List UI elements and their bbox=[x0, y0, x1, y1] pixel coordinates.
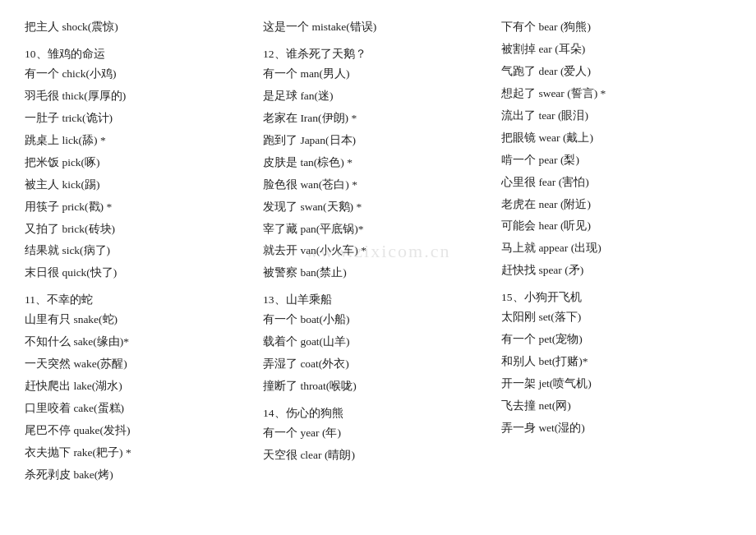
col2-intro-0: 这是一个 mistake(错误) bbox=[263, 18, 493, 37]
list-item: 跳桌上 lick(舔) * bbox=[25, 131, 255, 150]
list-item: 有一个 chick(小鸡) bbox=[25, 65, 255, 84]
col3-intro-1: 被割掉 ear (耳朵) bbox=[501, 40, 731, 59]
list-item: 是足球 fan(迷) bbox=[263, 87, 493, 106]
list-item: 有一个 boat(小船) bbox=[263, 311, 493, 330]
list-item: 不知什么 sake(缘由)* bbox=[25, 333, 255, 352]
col3-intro-4: 流出了 tear (眼泪) bbox=[501, 107, 731, 126]
list-item: 开一架 jet(喷气机) bbox=[501, 375, 731, 394]
col2-section-12-title: 12、谁杀死了天鹅？ bbox=[263, 47, 493, 62]
list-item: 撞断了 throat(喉咙) bbox=[263, 377, 493, 396]
list-item: 跑到了 Japan(日本) bbox=[263, 131, 493, 150]
list-item: 弄湿了 coat(外衣) bbox=[263, 355, 493, 374]
list-item: 飞去撞 net(网) bbox=[501, 397, 731, 416]
list-item: 结果就 sick(病了) bbox=[25, 242, 255, 261]
col3-intro-11: 赶快找 spear (矛) bbox=[501, 261, 731, 280]
list-item: 羽毛很 thick(厚厚的) bbox=[25, 87, 255, 106]
list-item: 就去开 van(小火车) * bbox=[263, 242, 493, 261]
column-1: 把主人 shock(震惊) 10、雏鸡的命运 有一个 chick(小鸡) 羽毛很… bbox=[25, 16, 255, 487]
list-item: 山里有只 snake(蛇) bbox=[25, 311, 255, 330]
list-item: 口里咬着 cake(蛋糕) bbox=[25, 399, 255, 418]
list-item: 发现了 swan(天鹅) * bbox=[263, 198, 493, 217]
column-3: 下有个 bear (狗熊) 被割掉 ear (耳朵) 气跑了 dear (爱人)… bbox=[501, 16, 731, 487]
list-item: 宰了藏 pan(平底锅)* bbox=[263, 220, 493, 239]
col3-intro-9: 可能会 hear (听见) bbox=[501, 217, 731, 236]
col3-section-15-title: 15、小狗开飞机 bbox=[501, 290, 731, 305]
list-item: 有一个 pet(宠物) bbox=[501, 330, 731, 349]
list-item: 皮肤是 tan(棕色) * bbox=[263, 154, 493, 173]
col3-intro-10: 马上就 appear (出现) bbox=[501, 239, 731, 258]
col1-section-11-title: 11、不幸的蛇 bbox=[25, 293, 255, 307]
list-item: 衣夫抛下 rake(耙子) * bbox=[25, 444, 255, 463]
list-item: 把米饭 pick(啄) bbox=[25, 154, 255, 173]
list-item: 赶快爬出 lake(湖水) bbox=[25, 377, 255, 396]
list-item: 用筷子 prick(戳) * bbox=[25, 198, 255, 217]
col3-intro-0: 下有个 bear (狗熊) bbox=[501, 18, 731, 37]
list-item: 被警察 ban(禁止) bbox=[263, 264, 493, 283]
list-item: 老家在 Iran(伊朗) * bbox=[263, 109, 493, 128]
list-item: 天空很 clear (晴朗) bbox=[263, 446, 493, 465]
list-item: 又拍了 brick(砖块) bbox=[25, 220, 255, 239]
col3-intro-5: 把眼镜 wear (戴上) bbox=[501, 129, 731, 148]
list-item: 一天突然 wake(苏醒) bbox=[25, 355, 255, 374]
list-item: 末日很 quick(快了) bbox=[25, 264, 255, 283]
list-item: 载着个 goat(山羊) bbox=[263, 333, 493, 352]
col3-intro-8: 老虎在 near (附近) bbox=[501, 196, 731, 214]
list-item: 弄一身 wet(湿的) bbox=[501, 419, 731, 438]
col1-intro-0: 把主人 shock(震惊) bbox=[25, 18, 255, 37]
col3-intro-2: 气跑了 dear (爱人) bbox=[501, 62, 731, 81]
col1-section-10-title: 10、雏鸡的命运 bbox=[25, 47, 255, 62]
col3-intro-6: 啃一个 pear (梨) bbox=[501, 151, 731, 170]
list-item: 和别人 bet(打赌)* bbox=[501, 353, 731, 371]
col3-intro-7: 心里很 fear (害怕) bbox=[501, 173, 731, 192]
list-item: 有一个 man(男人) bbox=[263, 65, 493, 84]
column-2: 这是一个 mistake(错误) 12、谁杀死了天鹅？ 有一个 man(男人) … bbox=[263, 16, 493, 487]
col3-intro-3: 想起了 swear (誓言) * bbox=[501, 85, 731, 104]
list-item: 被主人 kick(踢) bbox=[25, 176, 255, 195]
list-item: 尾巴不停 quake(发抖) bbox=[25, 422, 255, 440]
page-content: www.zixicom.cn 把主人 shock(震惊) 10、雏鸡的命运 有一… bbox=[25, 16, 731, 487]
list-item: 太阳刚 set(落下) bbox=[501, 308, 731, 327]
list-item: 杀死剥皮 bake(烤) bbox=[25, 466, 255, 485]
list-item: 脸色很 wan(苍白) * bbox=[263, 176, 493, 195]
list-item: 有一个 year (年) bbox=[263, 424, 493, 443]
list-item: 一肚子 trick(诡计) bbox=[25, 109, 255, 128]
col2-section-13-title: 13、山羊乘船 bbox=[263, 293, 493, 307]
col2-section-14-title: 14、伤心的狗熊 bbox=[263, 406, 493, 421]
